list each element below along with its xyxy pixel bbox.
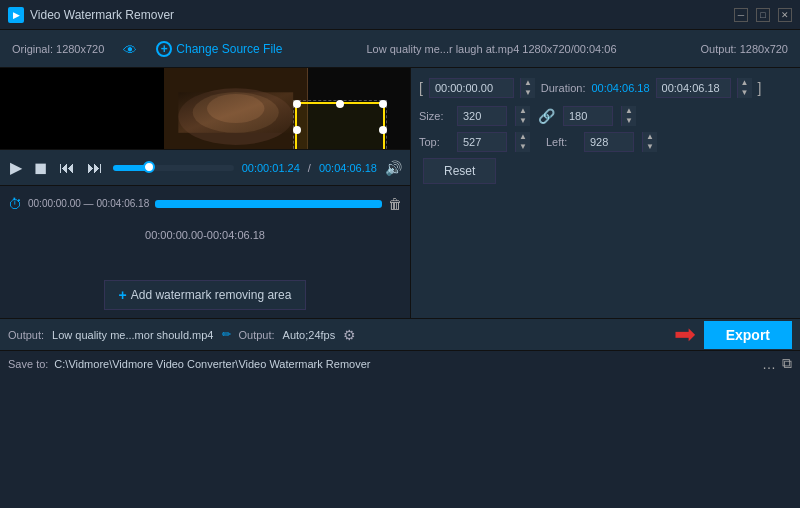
output-format-label: Output: <box>239 329 275 341</box>
handle-top-middle[interactable] <box>336 100 344 108</box>
video-black-left <box>0 68 164 149</box>
arrow-icon: ➡ <box>674 319 696 350</box>
end-time-spinner: ▲ ▼ <box>737 78 752 98</box>
timeline-range-start: 00:00:00.00 — 00:04:06.18 <box>28 198 149 209</box>
window-controls: ─ □ ✕ <box>734 8 792 22</box>
minimize-button[interactable]: ─ <box>734 8 748 22</box>
height-down[interactable]: ▼ <box>621 116 636 126</box>
change-source-button[interactable]: + Change Source File <box>156 41 282 57</box>
top-spinner: ▲ ▼ <box>515 132 530 152</box>
left-down[interactable]: ▼ <box>642 142 657 152</box>
bottom-bar: Output: Low quality me...mor should.mp4 … <box>0 318 800 350</box>
video-section: ▶ ◼ ⏮ ⏭ 00:00:01.24 / 00:04:06.18 🔊 ⏱ 00… <box>0 68 410 318</box>
browse-folder-button[interactable]: … <box>762 356 776 372</box>
left-section: 00:00:00.00-00:04:06.18 + Add watermark … <box>0 221 410 318</box>
output-resolution-label: Output: 1280x720 <box>701 43 788 55</box>
next-frame-button[interactable]: ⏭ <box>85 157 105 179</box>
start-time-input[interactable] <box>429 78 514 98</box>
handle-left-middle[interactable] <box>293 126 301 134</box>
watermark-selection-box[interactable] <box>295 102 385 149</box>
save-to-label: Save to: <box>8 358 48 370</box>
right-panel: [ ▲ ▼ Duration: 00:04:06.18 ▲ ▼ ] Size: … <box>410 68 800 318</box>
end-time-input[interactable] <box>656 78 731 98</box>
file-info-label: Low quality me...r laugh at.mp4 1280x720… <box>298 43 684 55</box>
plus-icon: + <box>156 41 172 57</box>
total-time-value: 00:04:06.18 <box>319 162 377 174</box>
change-source-label: Change Source File <box>176 42 282 56</box>
end-time-down[interactable]: ▼ <box>737 88 752 98</box>
start-time-up[interactable]: ▲ <box>520 78 535 88</box>
play-button[interactable]: ▶ <box>8 156 24 179</box>
left-spinner: ▲ ▼ <box>642 132 657 152</box>
output-label: Output: <box>8 329 44 341</box>
current-time-display: 00:00:01.24 <box>242 162 300 174</box>
video-thumbnail <box>0 68 410 149</box>
handle-right-middle[interactable] <box>379 126 387 134</box>
top-label: Top: <box>419 136 449 148</box>
handle-top-right[interactable] <box>379 100 387 108</box>
top-input[interactable] <box>457 132 507 152</box>
progress-bar[interactable] <box>113 165 234 171</box>
edit-output-icon[interactable]: ✏ <box>222 328 231 341</box>
height-up[interactable]: ▲ <box>621 106 636 116</box>
format-value: Auto;24fps <box>283 329 336 341</box>
add-watermark-area-button[interactable]: + Add watermark removing area <box>104 280 307 310</box>
left-label: Left: <box>546 136 576 148</box>
end-time-up[interactable]: ▲ <box>737 78 752 88</box>
start-time-spinner: ▲ ▼ <box>520 78 535 98</box>
delete-range-button[interactable]: 🗑 <box>388 196 402 212</box>
time-input-row: [ ▲ ▼ Duration: 00:04:06.18 ▲ ▼ ] <box>419 76 792 100</box>
title-bar: ▶ Video Watermark Remover ─ □ ✕ <box>0 0 800 30</box>
volume-icon[interactable]: 🔊 <box>385 160 402 176</box>
prev-frame-button[interactable]: ⏮ <box>57 157 77 179</box>
width-input[interactable] <box>457 106 507 126</box>
top-down[interactable]: ▼ <box>515 142 530 152</box>
duration-label: Duration: <box>541 82 586 94</box>
export-button[interactable]: Export <box>704 321 792 349</box>
size-label: Size: <box>419 110 449 122</box>
total-time-display: / <box>308 162 311 174</box>
timeline-row: ⏱ 00:00:00.00 — 00:04:06.18 🗑 <box>0 185 410 221</box>
video-image-area <box>164 68 308 149</box>
copy-path-button[interactable]: ⧉ <box>782 355 792 372</box>
left-input[interactable] <box>584 132 634 152</box>
app-icon: ▶ <box>8 7 24 23</box>
height-input[interactable] <box>563 106 613 126</box>
left-up[interactable]: ▲ <box>642 132 657 142</box>
stop-button[interactable]: ◼ <box>32 156 49 179</box>
restore-button[interactable]: □ <box>756 8 770 22</box>
bracket-right: ] <box>758 80 762 96</box>
width-down[interactable]: ▼ <box>515 116 530 126</box>
top-up[interactable]: ▲ <box>515 132 530 142</box>
video-preview[interactable] <box>0 68 410 149</box>
main-content: ▶ ◼ ⏮ ⏭ 00:00:01.24 / 00:04:06.18 🔊 ⏱ 00… <box>0 68 800 318</box>
playback-controls: ▶ ◼ ⏮ ⏭ 00:00:01.24 / 00:04:06.18 🔊 <box>0 149 410 185</box>
width-up[interactable]: ▲ <box>515 106 530 116</box>
add-watermark-label: Add watermark removing area <box>131 288 292 302</box>
save-path-display: C:\Vidmore\Vidmore Video Converter\Video… <box>54 358 756 370</box>
time-range-display: 00:00:00.00-00:04:06.18 <box>145 229 265 241</box>
progress-handle[interactable] <box>143 161 155 173</box>
settings-icon[interactable]: ⚙ <box>343 327 356 343</box>
bracket-left: [ <box>419 80 423 96</box>
size-row: Size: ▲ ▼ 🔗 ▲ ▼ <box>419 106 792 126</box>
app-title: Video Watermark Remover <box>30 8 734 22</box>
height-spinner: ▲ ▼ <box>621 106 636 126</box>
timeline-range-bar[interactable] <box>155 200 382 208</box>
preview-toggle-button[interactable]: 👁 <box>120 42 140 56</box>
start-time-down[interactable]: ▼ <box>520 88 535 98</box>
close-button[interactable]: ✕ <box>778 8 792 22</box>
save-bar: Save to: C:\Vidmore\Vidmore Video Conver… <box>0 350 800 376</box>
top-bar: Original: 1280x720 👁 + Change Source Fil… <box>0 30 800 68</box>
svg-rect-4 <box>178 92 293 133</box>
reset-button[interactable]: Reset <box>423 158 496 184</box>
width-spinner: ▲ ▼ <box>515 106 530 126</box>
duration-value: 00:04:06.18 <box>591 82 649 94</box>
original-resolution-label: Original: 1280x720 <box>12 43 104 55</box>
output-file-name: Low quality me...mor should.mp4 <box>52 329 213 341</box>
handle-top-left[interactable] <box>293 100 301 108</box>
add-plus-icon: + <box>119 287 127 303</box>
timeline-icon: ⏱ <box>8 196 22 212</box>
link-dimensions-icon[interactable]: 🔗 <box>538 108 555 124</box>
position-row: Top: ▲ ▼ Left: ▲ ▼ <box>419 132 792 152</box>
